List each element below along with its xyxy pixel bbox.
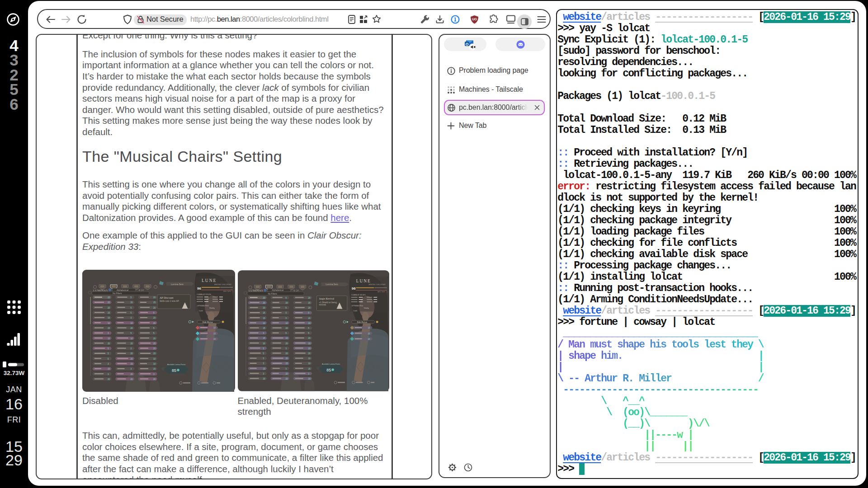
svg-text:O: O — [466, 42, 469, 47]
svg-text:UO: UO — [472, 18, 477, 21]
